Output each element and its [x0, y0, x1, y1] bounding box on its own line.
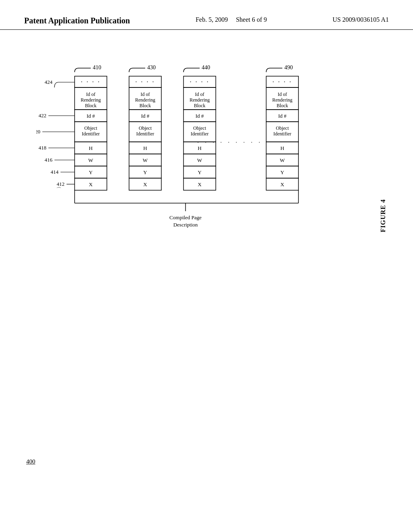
- svg-text:W: W: [88, 157, 94, 163]
- svg-text:422: 422: [39, 112, 47, 118]
- svg-text:420: 420: [36, 129, 40, 135]
- svg-text:· · · ·: · · · ·: [273, 79, 292, 85]
- svg-text:Y: Y: [143, 169, 147, 175]
- svg-text:490: 490: [284, 64, 293, 71]
- publication-date: Feb. 5, 2009: [196, 16, 228, 23]
- svg-text:X: X: [89, 181, 93, 187]
- svg-text:Object: Object: [84, 125, 98, 131]
- svg-text:. . . . . . . . .: . . . . . . . . .: [197, 138, 263, 144]
- patent-number: US 2009/0036105 A1: [332, 16, 389, 23]
- ref-400: 400: [26, 458, 35, 465]
- svg-text:X: X: [280, 181, 284, 187]
- svg-text:· · · ·: · · · ·: [190, 79, 210, 85]
- svg-text:Identifier: Identifier: [273, 131, 292, 137]
- svg-text:412: 412: [57, 181, 65, 187]
- svg-text:Id #: Id #: [278, 113, 287, 119]
- svg-text:Identifier: Identifier: [82, 131, 100, 137]
- sheet-info: Sheet 6 of 9: [236, 16, 267, 23]
- svg-text:Y: Y: [198, 169, 202, 175]
- svg-text:W: W: [280, 157, 285, 163]
- diagram-area: FIGURE 4 400 410 · · · · Id of Rendering…: [0, 30, 413, 513]
- svg-text:Id #: Id #: [141, 113, 150, 119]
- svg-text:Identifier: Identifier: [136, 131, 154, 137]
- header-date-sheet: Feb. 5, 2009 Sheet 6 of 9: [196, 16, 267, 23]
- svg-text:Id of: Id of: [86, 91, 96, 97]
- svg-text:W: W: [143, 157, 148, 163]
- svg-text:430: 430: [147, 64, 156, 71]
- svg-text:Id of: Id of: [141, 91, 150, 97]
- svg-text:424: 424: [45, 79, 53, 85]
- svg-text:X: X: [143, 181, 147, 187]
- svg-text:Rendering: Rendering: [190, 97, 210, 103]
- svg-text:H: H: [280, 145, 284, 151]
- svg-text:H: H: [143, 145, 147, 151]
- svg-text:414: 414: [51, 169, 59, 175]
- svg-text:· · · ·: · · · ·: [81, 79, 101, 85]
- svg-text:Block: Block: [277, 103, 288, 108]
- svg-text:Id of: Id of: [195, 91, 204, 97]
- svg-text:418: 418: [39, 145, 47, 151]
- svg-text:Rendering: Rendering: [135, 97, 155, 103]
- svg-text:Block: Block: [140, 103, 151, 108]
- svg-text:Identifier: Identifier: [191, 131, 209, 137]
- svg-text:X: X: [198, 181, 202, 187]
- svg-text:Object: Object: [193, 125, 206, 131]
- svg-text:Block: Block: [194, 103, 206, 108]
- svg-text:Id #: Id #: [196, 113, 204, 119]
- svg-text:Object: Object: [276, 125, 289, 131]
- svg-text:416: 416: [45, 157, 53, 163]
- svg-text:Description: Description: [173, 222, 198, 228]
- publication-title: Patent Application Publication: [24, 16, 130, 25]
- svg-text:Y: Y: [280, 169, 284, 175]
- svg-text:440: 440: [202, 64, 210, 71]
- svg-text:Rendering: Rendering: [81, 97, 101, 103]
- svg-text:410: 410: [93, 64, 101, 71]
- svg-text:Y: Y: [89, 169, 93, 175]
- svg-text:Rendering: Rendering: [272, 97, 292, 103]
- svg-text:Id of: Id of: [278, 91, 287, 97]
- svg-text:H: H: [198, 145, 201, 151]
- svg-text:· · · ·: · · · ·: [136, 79, 155, 85]
- svg-text:H: H: [89, 145, 92, 151]
- svg-text:Compiled Page: Compiled Page: [169, 214, 202, 220]
- diagram-svg: 410 · · · · Id of Rendering Block Id # O…: [36, 54, 383, 417]
- svg-text:Block: Block: [85, 103, 97, 108]
- svg-text:W: W: [197, 157, 202, 163]
- svg-text:Object: Object: [139, 125, 152, 131]
- svg-text:Id #: Id #: [87, 113, 95, 119]
- page-header: Patent Application Publication Feb. 5, 2…: [0, 0, 413, 30]
- svg-text:⌒: ⌒: [55, 187, 61, 193]
